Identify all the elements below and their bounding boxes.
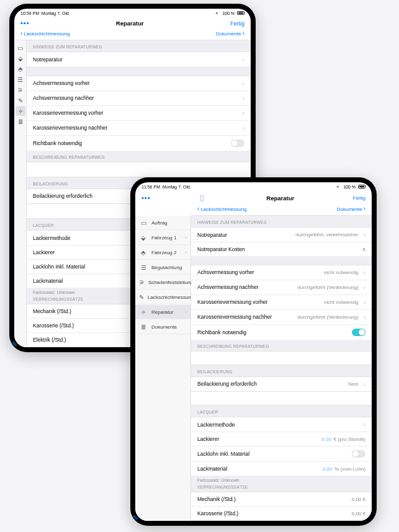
sidebar-item-label: Dokumente	[151, 324, 177, 330]
edit-pen-button[interactable]: ✎	[14, 340, 17, 347]
value-text: €	[363, 247, 365, 252]
car2-icon: ⬘	[139, 248, 148, 257]
status-bar: 11:56 PM Montag 7. Okt. ᯤ 100 %	[135, 182, 372, 191]
paint-icon[interactable]: ✎	[16, 95, 25, 105]
menu-dots-button[interactable]: •••	[139, 195, 195, 202]
done-button[interactable]: Fertig	[230, 20, 244, 27]
sidebar-item-auftrag[interactable]: ▭Auftrag	[135, 216, 191, 230]
chevron-right-icon: ›	[364, 206, 365, 212]
chevron-left-icon: ‹	[20, 30, 22, 37]
chevron-right-icon: ›	[364, 269, 365, 276]
row-mechanik[interactable]: Mechanik (/Std.)0,00 €	[191, 492, 372, 506]
forward-button[interactable]: Dokumente›	[216, 30, 244, 37]
battery-pct: 100 %	[343, 185, 356, 189]
chevron-left-icon: ‹	[197, 206, 199, 212]
section-lacquer: LACQUER	[191, 406, 372, 417]
row-achs-nachher[interactable]: Achsvermessung nachher›	[27, 91, 251, 105]
row-kaross-nachher[interactable]: Karosserievermessung nachherdurchgeführt…	[191, 309, 372, 324]
textarea-beschreibung[interactable]	[27, 162, 251, 177]
value-text: 0,00	[321, 437, 331, 442]
section-beschreibung: BESCHREIBUNG REPARATURWEG	[27, 151, 251, 162]
doc-icon[interactable]: ≣	[16, 117, 25, 126]
clipboard-icon[interactable]: ☰	[16, 74, 25, 84]
row-lackierer[interactable]: Lackierer0,00€ (pro Stunde)	[191, 432, 372, 446]
row-achs-nachher[interactable]: Achsvermessung nachherdurchgeführt (Verä…	[191, 280, 372, 295]
row-lackiermethode[interactable]: Lackiermethode›	[191, 417, 372, 432]
sidebar-item-fahrzeug-1[interactable]: ⬙Fahrzeug 1›	[135, 231, 191, 245]
sidebar-item-begutachtung[interactable]: ☰Begutachtung	[135, 260, 191, 275]
row-richtbank[interactable]: Richtbank notwendig	[27, 135, 251, 151]
value-text: nicht notwendig	[324, 299, 359, 305]
value-text: durchgeführt (Veränderung)	[297, 285, 358, 290]
status-right: ᯤ 100 %	[336, 185, 365, 189]
edit-pen-button[interactable]: ✎	[135, 514, 138, 521]
row-notreparatur[interactable]: Notreparatur›	[27, 51, 251, 66]
car-icon[interactable]: ⬙	[16, 53, 25, 63]
page-title: Reparatur	[208, 195, 353, 202]
value-text: durchgeführt, verkehrssicher	[295, 232, 358, 237]
chevron-right-icon: ›	[185, 309, 187, 315]
sidebar-item-fahrzeug-2[interactable]: ⬘Fahrzeug 2›	[135, 246, 191, 260]
row-notreparatur[interactable]: Notreparaturdurchgeführt, verkehrssicher…	[191, 227, 372, 242]
car-icon: ⬙	[139, 233, 148, 242]
damage-icon[interactable]: ⚞	[16, 85, 25, 95]
textarea-beilackierung[interactable]	[191, 391, 372, 406]
sidebar-item-lackschichtmessung[interactable]: ✎Lackschichtmessung	[135, 290, 191, 304]
row-karosserie[interactable]: Karosserie (/Std.)0,00 €	[191, 506, 372, 521]
sidebar-item-dokumente[interactable]: ≣Dokumente	[135, 320, 191, 334]
value-text: 0,00 €	[352, 511, 365, 516]
paint-icon: ✎	[139, 293, 144, 301]
chevron-right-icon: ›	[364, 314, 365, 321]
row-richtbank[interactable]: Richtbank notwendig	[191, 324, 372, 340]
toggle-lacklohn[interactable]	[352, 450, 365, 458]
sidebar-item-label: Auftrag	[151, 220, 168, 226]
value-unit: € (pro Stunde)	[334, 437, 365, 442]
toggle-richtbank[interactable]	[231, 140, 244, 147]
value-text: Nein	[348, 381, 358, 387]
damage-icon: ⚞	[139, 278, 145, 286]
back-label: Lackschichtmessung	[200, 206, 246, 212]
forward-label: Dokumente	[216, 31, 241, 37]
row-notreparatur-kosten[interactable]: Notreparatur Kosten€	[191, 242, 372, 256]
body-2: ▭Auftrag⬙Fahrzeug 1›⬘Fahrzeug 2›☰Begutac…	[135, 216, 372, 521]
value-text: 0,00 €	[352, 497, 365, 502]
content-2: HINWEISE ZUM REPARATURWEG Notreparaturdu…	[191, 216, 372, 521]
done-button[interactable]: Fertig	[353, 195, 365, 201]
row-achs-vorher[interactable]: Achsvermessung vorhernicht notwendig›	[191, 265, 372, 280]
car2-icon[interactable]: ⬘	[16, 64, 25, 74]
chevron-right-icon: ›	[364, 284, 365, 291]
sidebar-item-label: Fahrzeug 1	[151, 235, 176, 241]
back-label: Lackschichtmessung	[24, 31, 69, 37]
chevron-right-icon: ›	[243, 56, 244, 63]
forward-button[interactable]: Dokumente›	[337, 206, 365, 212]
row-beilackierung-erf[interactable]: Beilackierung erforderlichNein›	[191, 376, 372, 391]
row-lackmaterial[interactable]: Lackmaterial0,00% (vom Lohn)	[191, 461, 372, 476]
sidebar-item-reparatur[interactable]: ✧Reparatur›	[135, 305, 191, 319]
chevron-right-icon: ›	[243, 110, 244, 117]
toggle-richtbank[interactable]	[352, 329, 365, 336]
page-title: Reparatur	[116, 20, 144, 27]
menu-dots-button[interactable]: •••	[20, 20, 30, 27]
back-button[interactable]: ‹Lackschichtmessung	[20, 30, 70, 37]
section-verrechnung: VERRECHNUNGSSÄTZE	[191, 484, 372, 492]
doc-icon: ≣	[139, 322, 148, 331]
document-ribbon-icon: ▯	[200, 193, 204, 202]
chevron-right-icon: ›	[243, 95, 244, 102]
wrench-icon: ✧	[139, 308, 148, 316]
section-beilackierung: BEILACKIERUNG	[191, 365, 372, 376]
sidebar-narrow: ▭⬙⬘☰⚞✎✧≣	[14, 40, 27, 347]
textarea-beschreibung[interactable]	[191, 351, 372, 365]
back-button[interactable]: ‹Lackschichtmessung	[197, 206, 247, 212]
clipboard-icon: ☰	[139, 263, 148, 272]
row-achs-vorher[interactable]: Achsvermessung vorher›	[27, 76, 251, 91]
title-bar: ••• Reparatur Fertig	[14, 17, 251, 29]
chevron-right-icon: ›	[243, 125, 244, 131]
row-kaross-vorher[interactable]: Karosserievermessung vorhernicht notwend…	[191, 295, 372, 309]
row-lacklohn[interactable]: Lacklohn inkl. Material	[191, 446, 372, 461]
sidebar-item-schadenfeststellung[interactable]: ⚞Schadenfeststellung›	[135, 275, 191, 290]
row-kaross-vorher[interactable]: Karosserievermessung vorher›	[27, 105, 251, 120]
row-kaross-nachher[interactable]: Karosserievermessung nachher›	[27, 120, 251, 135]
chevron-right-icon: ›	[364, 421, 365, 428]
wrench-icon[interactable]: ✧	[16, 106, 25, 116]
folder-icon[interactable]: ▭	[16, 43, 25, 53]
